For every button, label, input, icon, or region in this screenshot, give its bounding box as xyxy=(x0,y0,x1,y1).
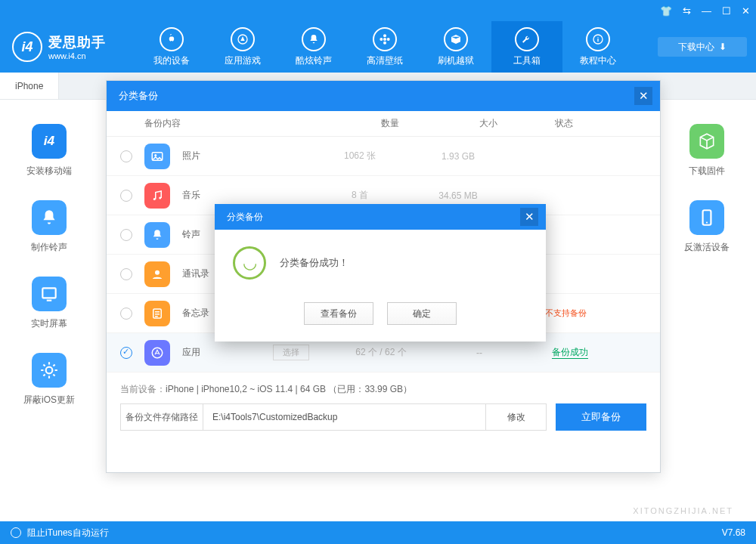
side-screen[interactable]: 实时屏幕 xyxy=(31,277,67,330)
backup-dialog-title: 分类备份 xyxy=(119,89,158,103)
nav-label: 刷机越狱 xyxy=(438,54,474,67)
row-checkbox[interactable] xyxy=(120,308,132,320)
bell-icon xyxy=(32,200,67,235)
nav-info[interactable]: 教程中心 xyxy=(562,21,634,73)
status-success[interactable]: 备份成功 xyxy=(552,347,588,359)
modify-button[interactable]: 修改 xyxy=(486,403,547,431)
svg-point-3 xyxy=(383,41,386,44)
appstore-icon xyxy=(231,27,255,51)
svg-rect-8 xyxy=(42,288,55,298)
row-qty: 62 个 / 62 个 xyxy=(324,346,438,359)
success-message: 分类备份成功！ xyxy=(280,256,349,270)
device-info: 当前设备：iPhone | iPhone10,2 ~ iOS 11.4 | 64… xyxy=(107,372,660,403)
nav-flower[interactable]: 高清壁纸 xyxy=(349,21,420,73)
i4-icon: i4 xyxy=(32,124,67,159)
row-checkbox[interactable] xyxy=(120,190,132,202)
row-checkbox[interactable] xyxy=(120,347,132,359)
row-name: 音乐 xyxy=(182,189,303,202)
row-size: 34.65 MB xyxy=(417,190,500,201)
app-name: 爱思助手 xyxy=(48,33,106,51)
header: i4 爱思助手 www.i4.cn 我的设备应用游戏酷炫铃声高清壁纸刷机越狱工具… xyxy=(0,21,756,73)
contact-icon xyxy=(144,261,170,287)
nav-appstore[interactable]: 应用游戏 xyxy=(207,21,278,73)
view-backup-button[interactable]: 查看备份 xyxy=(304,302,373,325)
side-gear[interactable]: 屏蔽iOS更新 xyxy=(23,353,75,406)
nav-bell[interactable]: 酷炫铃声 xyxy=(278,21,349,73)
success-dialog-close[interactable]: ✕ xyxy=(520,208,538,226)
success-dialog: 分类备份 ✕ ◡ 分类备份成功！ 查看备份 确定 xyxy=(215,204,546,342)
nav-apple[interactable]: 我的设备 xyxy=(136,21,207,73)
svg-point-11 xyxy=(706,221,708,223)
sync-icon[interactable]: ⇆ xyxy=(683,5,691,17)
path-value: E:\i4Tools7\CustomizedBackup xyxy=(203,403,486,431)
backup-dialog-close[interactable]: ✕ xyxy=(634,87,652,105)
status-toggle-icon[interactable] xyxy=(11,527,21,538)
nav-label: 酷炫铃声 xyxy=(296,54,332,67)
ok-button[interactable]: 确定 xyxy=(387,302,457,325)
side-label: 实时屏幕 xyxy=(31,317,67,330)
backup-columns: 备份内容 数量 大小 状态 xyxy=(107,111,660,137)
maximize-icon[interactable]: ☐ xyxy=(722,5,731,17)
bell-icon xyxy=(302,27,326,51)
nav-label: 工具箱 xyxy=(513,54,541,67)
nav-wrench[interactable]: 工具箱 xyxy=(491,21,562,73)
info-icon xyxy=(586,27,610,51)
select-button[interactable]: 选择 xyxy=(273,345,309,360)
box-icon xyxy=(444,27,468,51)
path-row: 备份文件存储路径 E:\i4Tools7\CustomizedBackup 修改… xyxy=(120,403,646,431)
gear-icon xyxy=(32,353,67,388)
row-photo[interactable]: 照片 1062 张 1.93 GB xyxy=(107,137,660,176)
photo-icon xyxy=(144,144,170,169)
row-name: 照片 xyxy=(182,150,303,162)
cube-icon xyxy=(689,124,724,159)
watermark: XITONGZHIJIA.NET xyxy=(633,506,733,515)
download-center-label: 下载中心 xyxy=(678,41,714,54)
nav-label: 教程中心 xyxy=(580,54,616,67)
music-icon xyxy=(144,183,170,209)
side-cube[interactable]: 下载固件 xyxy=(689,124,725,178)
nav-box[interactable]: 刷机越狱 xyxy=(420,21,491,73)
side-label: 制作铃声 xyxy=(31,241,67,254)
svg-point-15 xyxy=(159,196,161,199)
tab-iphone[interactable]: iPhone xyxy=(0,73,59,99)
side-phone[interactable]: 反激活设备 xyxy=(684,200,730,254)
minimize-icon[interactable]: — xyxy=(702,5,711,17)
download-center-button[interactable]: 下载中心 ⬇ xyxy=(658,37,747,57)
close-icon[interactable]: ✕ xyxy=(742,5,750,17)
svg-text:i4: i4 xyxy=(44,133,55,148)
app-url: www.i4.cn xyxy=(48,51,106,60)
success-dialog-title: 分类备份 xyxy=(227,211,263,224)
tshirt-icon[interactable]: 👕 xyxy=(660,5,672,17)
svg-point-2 xyxy=(383,34,386,37)
backup-now-button[interactable]: 立即备份 xyxy=(556,403,646,431)
smile-icon: ◡ xyxy=(233,246,266,280)
app-icon xyxy=(144,340,170,366)
svg-point-14 xyxy=(153,198,156,200)
download-icon: ⬇ xyxy=(719,42,727,52)
row-checkbox[interactable] xyxy=(120,268,132,280)
bell-icon xyxy=(144,222,170,248)
svg-point-1 xyxy=(383,38,386,41)
row-size: -- xyxy=(438,348,521,358)
nav-label: 高清壁纸 xyxy=(367,54,403,67)
logo-icon: i4 xyxy=(12,32,42,62)
side-label: 下载固件 xyxy=(689,165,725,178)
side-i4[interactable]: i4安装移动端 xyxy=(26,124,72,178)
svg-point-16 xyxy=(155,270,160,274)
side-label: 反激活设备 xyxy=(684,241,730,254)
note-icon xyxy=(144,301,170,326)
status-text: 阻止iTunes自动运行 xyxy=(27,527,109,539)
col-status: 状态 xyxy=(530,117,598,130)
col-qty: 数量 xyxy=(333,117,447,130)
row-checkbox[interactable] xyxy=(120,229,132,241)
row-status: 备份成功 xyxy=(521,346,619,359)
side-label: 安装移动端 xyxy=(26,165,72,178)
row-qty: 1062 张 xyxy=(303,150,417,162)
row-checkbox[interactable] xyxy=(120,150,132,162)
row-size: 1.93 GB xyxy=(417,151,500,162)
col-size: 大小 xyxy=(447,117,530,130)
titlebar: 👕 ⇆ — ☐ ✕ xyxy=(0,0,756,21)
apple-icon xyxy=(160,27,184,51)
svg-point-9 xyxy=(46,367,53,374)
side-bell[interactable]: 制作铃声 xyxy=(31,200,67,254)
